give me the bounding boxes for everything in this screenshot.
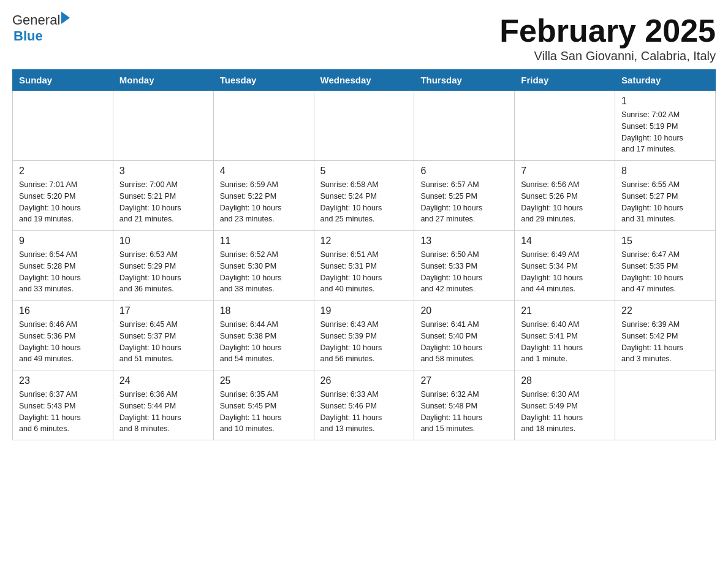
- calendar-cell: 3Sunrise: 7:00 AM Sunset: 5:21 PM Daylig…: [113, 161, 213, 231]
- day-number: 28: [521, 375, 609, 386]
- page-title: February 2025: [499, 12, 716, 49]
- weekday-header-friday: Friday: [515, 70, 615, 91]
- day-info: Sunrise: 6:33 AM Sunset: 5:46 PM Dayligh…: [320, 389, 408, 435]
- weekday-header-thursday: Thursday: [414, 70, 515, 91]
- calendar-cell: 25Sunrise: 6:35 AM Sunset: 5:45 PM Dayli…: [213, 370, 314, 440]
- calendar-cell: 27Sunrise: 6:32 AM Sunset: 5:48 PM Dayli…: [414, 370, 515, 440]
- day-number: 26: [320, 375, 408, 386]
- calendar-week-row: 1Sunrise: 7:02 AM Sunset: 5:19 PM Daylig…: [13, 91, 716, 161]
- calendar-week-row: 2Sunrise: 7:01 AM Sunset: 5:20 PM Daylig…: [13, 161, 716, 231]
- day-info: Sunrise: 6:36 AM Sunset: 5:44 PM Dayligh…: [119, 389, 207, 435]
- calendar-header-row: SundayMondayTuesdayWednesdayThursdayFrid…: [13, 70, 716, 91]
- day-number: 5: [320, 166, 408, 177]
- calendar-cell: 21Sunrise: 6:40 AM Sunset: 5:41 PM Dayli…: [515, 301, 615, 370]
- page-subtitle: Villa San Giovanni, Calabria, Italy: [499, 49, 716, 63]
- calendar-cell: 2Sunrise: 7:01 AM Sunset: 5:20 PM Daylig…: [13, 161, 113, 231]
- day-number: 24: [119, 375, 207, 386]
- day-number: 11: [220, 236, 308, 247]
- calendar-cell: [615, 370, 716, 440]
- day-info: Sunrise: 6:30 AM Sunset: 5:49 PM Dayligh…: [521, 389, 609, 435]
- day-info: Sunrise: 6:58 AM Sunset: 5:24 PM Dayligh…: [320, 179, 408, 225]
- weekday-header-wednesday: Wednesday: [314, 70, 414, 91]
- calendar-cell: 5Sunrise: 6:58 AM Sunset: 5:24 PM Daylig…: [314, 161, 414, 231]
- day-info: Sunrise: 7:02 AM Sunset: 5:19 PM Dayligh…: [621, 109, 709, 155]
- day-number: 27: [420, 375, 508, 386]
- day-info: Sunrise: 6:56 AM Sunset: 5:26 PM Dayligh…: [521, 179, 609, 225]
- calendar-cell: [314, 91, 414, 161]
- logo-arrow-icon: [61, 12, 70, 24]
- day-info: Sunrise: 6:47 AM Sunset: 5:35 PM Dayligh…: [621, 249, 709, 295]
- logo: General Blue: [12, 12, 70, 44]
- calendar-cell: 4Sunrise: 6:59 AM Sunset: 5:22 PM Daylig…: [213, 161, 314, 231]
- day-info: Sunrise: 6:35 AM Sunset: 5:45 PM Dayligh…: [220, 389, 308, 435]
- day-info: Sunrise: 6:45 AM Sunset: 5:37 PM Dayligh…: [119, 319, 207, 365]
- day-number: 7: [521, 166, 609, 177]
- calendar-cell: 7Sunrise: 6:56 AM Sunset: 5:26 PM Daylig…: [515, 161, 615, 231]
- logo-blue-text: Blue: [13, 28, 43, 44]
- calendar-cell: 8Sunrise: 6:55 AM Sunset: 5:27 PM Daylig…: [615, 161, 716, 231]
- calendar-cell: 13Sunrise: 6:50 AM Sunset: 5:33 PM Dayli…: [414, 231, 515, 301]
- day-info: Sunrise: 7:01 AM Sunset: 5:20 PM Dayligh…: [19, 179, 107, 225]
- calendar-cell: [414, 91, 515, 161]
- weekday-header-tuesday: Tuesday: [213, 70, 314, 91]
- day-number: 8: [621, 166, 709, 177]
- calendar-cell: 23Sunrise: 6:37 AM Sunset: 5:43 PM Dayli…: [13, 370, 113, 440]
- calendar-cell: 22Sunrise: 6:39 AM Sunset: 5:42 PM Dayli…: [615, 301, 716, 370]
- day-info: Sunrise: 6:37 AM Sunset: 5:43 PM Dayligh…: [19, 389, 107, 435]
- day-number: 17: [119, 305, 207, 316]
- calendar-cell: 24Sunrise: 6:36 AM Sunset: 5:44 PM Dayli…: [113, 370, 213, 440]
- calendar-cell: 17Sunrise: 6:45 AM Sunset: 5:37 PM Dayli…: [113, 301, 213, 370]
- day-number: 21: [521, 305, 609, 316]
- calendar-cell: 20Sunrise: 6:41 AM Sunset: 5:40 PM Dayli…: [414, 301, 515, 370]
- calendar-cell: 6Sunrise: 6:57 AM Sunset: 5:25 PM Daylig…: [414, 161, 515, 231]
- day-info: Sunrise: 6:40 AM Sunset: 5:41 PM Dayligh…: [521, 319, 609, 365]
- day-info: Sunrise: 6:39 AM Sunset: 5:42 PM Dayligh…: [621, 319, 709, 365]
- day-info: Sunrise: 6:55 AM Sunset: 5:27 PM Dayligh…: [621, 179, 709, 225]
- day-info: Sunrise: 6:49 AM Sunset: 5:34 PM Dayligh…: [521, 249, 609, 295]
- title-block: February 2025 Villa San Giovanni, Calabr…: [499, 12, 716, 63]
- day-number: 18: [220, 305, 308, 316]
- day-number: 6: [420, 166, 508, 177]
- day-info: Sunrise: 6:53 AM Sunset: 5:29 PM Dayligh…: [119, 249, 207, 295]
- day-info: Sunrise: 6:50 AM Sunset: 5:33 PM Dayligh…: [420, 249, 508, 295]
- calendar-cell: 19Sunrise: 6:43 AM Sunset: 5:39 PM Dayli…: [314, 301, 414, 370]
- calendar-week-row: 23Sunrise: 6:37 AM Sunset: 5:43 PM Dayli…: [13, 370, 716, 440]
- day-info: Sunrise: 7:00 AM Sunset: 5:21 PM Dayligh…: [119, 179, 207, 225]
- day-number: 2: [19, 166, 107, 177]
- day-number: 23: [19, 375, 107, 386]
- day-info: Sunrise: 6:57 AM Sunset: 5:25 PM Dayligh…: [420, 179, 508, 225]
- day-number: 4: [220, 166, 308, 177]
- day-info: Sunrise: 6:59 AM Sunset: 5:22 PM Dayligh…: [220, 179, 308, 225]
- calendar-cell: 14Sunrise: 6:49 AM Sunset: 5:34 PM Dayli…: [515, 231, 615, 301]
- calendar-cell: 15Sunrise: 6:47 AM Sunset: 5:35 PM Dayli…: [615, 231, 716, 301]
- calendar-cell: 9Sunrise: 6:54 AM Sunset: 5:28 PM Daylig…: [13, 231, 113, 301]
- day-number: 10: [119, 236, 207, 247]
- calendar-cell: 28Sunrise: 6:30 AM Sunset: 5:49 PM Dayli…: [515, 370, 615, 440]
- day-number: 16: [19, 305, 107, 316]
- calendar-cell: 18Sunrise: 6:44 AM Sunset: 5:38 PM Dayli…: [213, 301, 314, 370]
- day-number: 12: [320, 236, 408, 247]
- day-info: Sunrise: 6:46 AM Sunset: 5:36 PM Dayligh…: [19, 319, 107, 365]
- day-info: Sunrise: 6:41 AM Sunset: 5:40 PM Dayligh…: [420, 319, 508, 365]
- day-number: 25: [220, 375, 308, 386]
- calendar-cell: [213, 91, 314, 161]
- day-number: 20: [420, 305, 508, 316]
- calendar-cell: 26Sunrise: 6:33 AM Sunset: 5:46 PM Dayli…: [314, 370, 414, 440]
- day-number: 3: [119, 166, 207, 177]
- day-info: Sunrise: 6:32 AM Sunset: 5:48 PM Dayligh…: [420, 389, 508, 435]
- day-info: Sunrise: 6:51 AM Sunset: 5:31 PM Dayligh…: [320, 249, 408, 295]
- calendar-cell: 10Sunrise: 6:53 AM Sunset: 5:29 PM Dayli…: [113, 231, 213, 301]
- day-number: 13: [420, 236, 508, 247]
- calendar-cell: [515, 91, 615, 161]
- calendar-cell: 1Sunrise: 7:02 AM Sunset: 5:19 PM Daylig…: [615, 91, 716, 161]
- calendar-cell: [13, 91, 113, 161]
- logo-general-text: General: [12, 12, 60, 28]
- day-number: 9: [19, 236, 107, 247]
- day-number: 22: [621, 305, 709, 316]
- day-number: 19: [320, 305, 408, 316]
- weekday-header-sunday: Sunday: [13, 70, 113, 91]
- calendar-week-row: 9Sunrise: 6:54 AM Sunset: 5:28 PM Daylig…: [13, 231, 716, 301]
- weekday-header-monday: Monday: [113, 70, 213, 91]
- day-number: 14: [521, 236, 609, 247]
- weekday-header-saturday: Saturday: [615, 70, 716, 91]
